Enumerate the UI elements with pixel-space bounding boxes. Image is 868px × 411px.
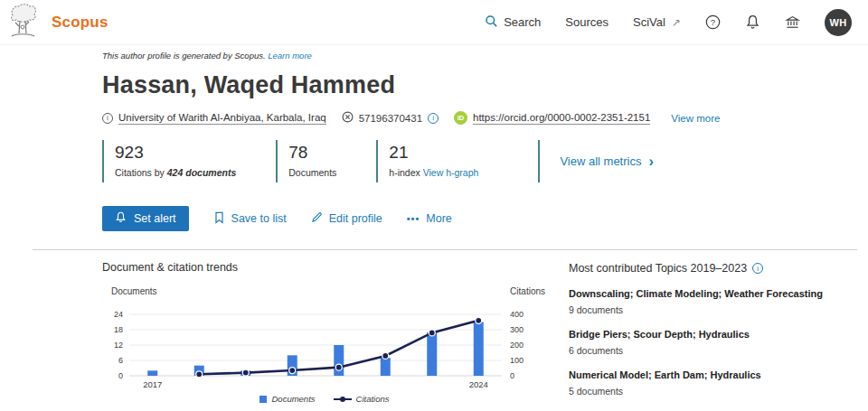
left-tick-label: 12: [114, 341, 123, 350]
author-id-item: 57196370431 i: [342, 111, 439, 125]
documents-bar: [381, 358, 391, 376]
citations-point: [289, 368, 296, 374]
author-id-value: 57196370431: [359, 113, 422, 124]
edit-profile-label: Edit profile: [329, 212, 382, 225]
lower-section: Document & citation trends Documents Cit…: [0, 250, 868, 404]
elsevier-tree-logo-icon: [7, 3, 38, 42]
chevron-right-icon: ›: [648, 154, 653, 169]
set-alert-label: Set alert: [134, 212, 176, 225]
save-to-list-button[interactable]: Save to list: [213, 211, 287, 227]
affiliation-link[interactable]: University of Warith Al-Anbiyaa, Karbala…: [118, 112, 326, 125]
topics-panel: Most contributed Topics 2019–2023 i Down…: [569, 261, 854, 404]
documents-bar: [334, 345, 344, 376]
disclaimer-text: This author profile is generated by Scop…: [102, 51, 266, 61]
trends-chart-panel: Document & citation trends Documents Cit…: [102, 261, 547, 404]
documents-bar: [427, 332, 437, 376]
institution-button[interactable]: [785, 14, 800, 30]
scopus-author-id-icon: [342, 111, 354, 125]
right-tick-label: 400: [510, 310, 524, 319]
nav-sources-label: Sources: [565, 15, 609, 29]
documents-metric: 78 Documents: [276, 140, 356, 182]
citations-metric: 923 Citations by 424 documents: [102, 140, 256, 182]
topic-count: 6 documents: [569, 345, 854, 356]
scopus-brand[interactable]: Scopus: [7, 3, 108, 42]
citations-point: [382, 352, 389, 359]
topic-name: Bridge Piers; Scour Depth; Hydraulics: [569, 329, 854, 340]
view-more-link[interactable]: View more: [671, 113, 720, 124]
external-link-icon: ↗: [672, 16, 681, 29]
citations-point: [429, 330, 435, 336]
top-header: Scopus Search Sources SciVal ↗ ? WH: [0, 0, 868, 45]
more-button[interactable]: ••• More: [407, 212, 452, 225]
learn-more-link[interactable]: Learn more: [268, 51, 312, 61]
documents-value: 78: [288, 143, 336, 163]
save-to-list-label: Save to list: [231, 212, 287, 225]
affiliation-item: i University of Warith Al-Anbiyaa, Karba…: [102, 112, 326, 125]
left-tick-label: 6: [118, 356, 123, 365]
citations-label-bold: 424 documents: [167, 167, 236, 178]
citations-point: [335, 364, 342, 370]
topic-count: 5 documents: [569, 386, 854, 397]
right-tick-label: 200: [510, 341, 524, 350]
topic-count: 9 documents: [569, 304, 854, 315]
set-alert-button[interactable]: Set alert: [102, 206, 189, 231]
nav-scival[interactable]: SciVal ↗: [633, 15, 681, 29]
right-axis-label: Citations: [510, 286, 545, 296]
pencil-icon: [311, 211, 323, 226]
orcid-icon: iD: [454, 111, 467, 125]
right-tick-label: 300: [510, 325, 524, 334]
view-h-graph-link[interactable]: View h-graph: [423, 167, 479, 178]
edit-profile-button[interactable]: Edit profile: [311, 211, 382, 226]
nav-sources[interactable]: Sources: [565, 15, 609, 29]
view-all-metrics-label: View all metrics: [560, 154, 641, 168]
right-tick-label: 0: [510, 371, 514, 380]
chart-axis-labels: Documents Citations: [102, 286, 547, 296]
legend-documents-label: Documents: [271, 394, 315, 404]
documents-bar: [147, 370, 157, 376]
topic-name: Numerical Model; Earth Dam; Hydraulics: [569, 369, 854, 380]
author-id-row: i University of Warith Al-Anbiyaa, Karba…: [102, 111, 854, 125]
legend-citations-label: Citations: [356, 394, 390, 404]
ellipsis-icon: •••: [407, 213, 420, 224]
citations-label-prefix: Citations by: [115, 167, 167, 178]
orcid-link[interactable]: https://orcid.org/0000-0002-2351-2151: [473, 112, 650, 125]
profile-disclaimer: This author profile is generated by Scop…: [102, 51, 854, 61]
user-avatar[interactable]: WH: [825, 9, 852, 36]
hindex-metric: 21 h-index View h-graph: [376, 140, 498, 182]
left-tick-label: 24: [114, 310, 123, 319]
citations-point: [476, 317, 482, 323]
profile-section: This author profile is generated by Scop…: [0, 45, 868, 231]
affiliation-info-icon[interactable]: i: [102, 113, 113, 124]
hindex-label-text: h-index: [389, 167, 422, 178]
help-button[interactable]: ?: [705, 14, 721, 30]
nav-scival-label: SciVal: [633, 15, 665, 29]
alert-bell-icon: [115, 211, 127, 226]
topic-item: Numerical Model; Earth Dam; Hydraulics 5…: [569, 369, 854, 397]
citations-value: 923: [115, 143, 236, 163]
notifications-bell-button[interactable]: [745, 14, 760, 30]
left-tick-label: 18: [114, 325, 123, 334]
hindex-label: h-index View h-graph: [389, 167, 478, 178]
topics-info-icon[interactable]: i: [752, 263, 763, 274]
author-name: Hassan, Waqed Hammed: [102, 71, 854, 99]
more-label: More: [426, 212, 451, 225]
citations-point: [242, 369, 249, 376]
documents-swatch-icon: [259, 396, 267, 403]
left-tick-label: 0: [118, 371, 123, 380]
citations-swatch-icon: [334, 396, 352, 403]
topics-title: Most contributed Topics 2019–2023: [569, 262, 747, 275]
topics-title-row: Most contributed Topics 2019–2023 i: [569, 262, 854, 275]
author-id-info-icon[interactable]: i: [428, 113, 439, 124]
view-all-metrics-link[interactable]: View all metrics ›: [538, 140, 653, 182]
x-tick-label: 2017: [143, 379, 162, 389]
metrics-row: 923 Citations by 424 documents 78 Docume…: [102, 140, 854, 182]
legend-citations: Citations: [334, 394, 390, 404]
topic-name: Downscaling; Climate Modeling; Weather F…: [569, 288, 854, 299]
orcid-item: iD https://orcid.org/0000-0002-2351-2151: [454, 111, 650, 125]
documents-label: Documents: [288, 167, 336, 178]
nav-search[interactable]: Search: [485, 14, 541, 31]
header-nav: Search Sources SciVal ↗ ? WH: [485, 9, 852, 36]
chart-title: Document & citation trends: [102, 261, 547, 274]
topic-item: Bridge Piers; Scour Depth; Hydraulics 6 …: [569, 329, 854, 356]
right-tick-label: 100: [510, 356, 524, 365]
